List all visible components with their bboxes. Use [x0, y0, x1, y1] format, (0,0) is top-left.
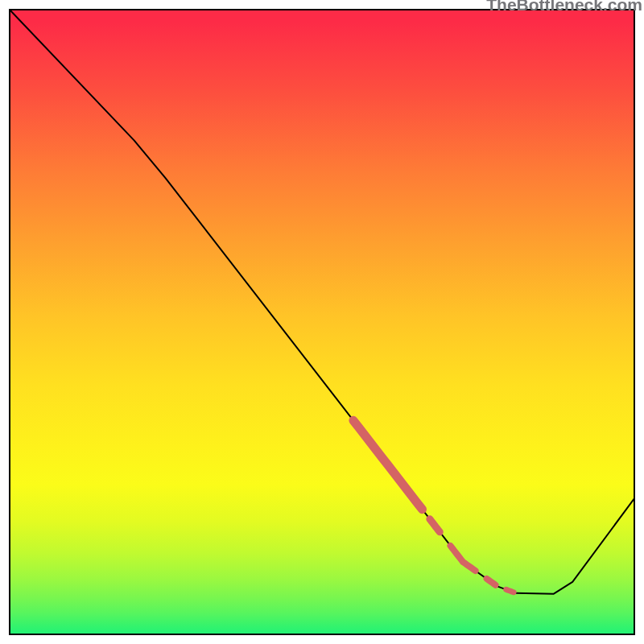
chart-curve — [9, 9, 635, 635]
curve-path — [9, 9, 635, 594]
highlight-segment — [506, 589, 514, 592]
highlight-segment — [353, 420, 423, 509]
chart-frame — [9, 9, 635, 635]
watermark-text: TheBottleneck.com — [486, 0, 642, 14]
highlight-segment — [430, 519, 440, 532]
highlight-segment — [487, 579, 496, 585]
highlight-segment — [450, 546, 475, 571]
